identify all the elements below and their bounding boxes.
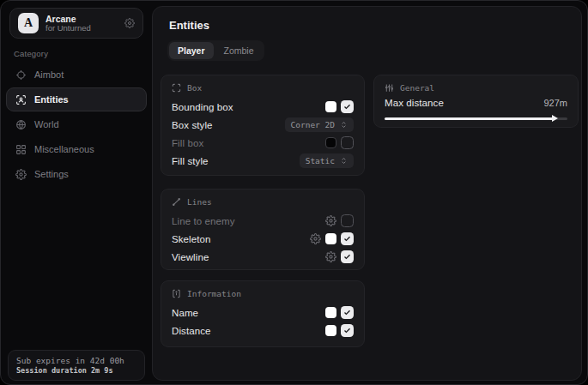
information-section-header: Information bbox=[172, 289, 354, 298]
brand-card: A Arcane for Unturned bbox=[9, 8, 143, 39]
brand-subtitle: for Unturned bbox=[45, 24, 118, 33]
color-swatch[interactable] bbox=[325, 233, 336, 244]
crosshair-icon bbox=[15, 69, 27, 81]
category-label: Category bbox=[14, 49, 48, 58]
row-label: Distance bbox=[172, 326, 211, 336]
line-to-enemy-checkbox[interactable] bbox=[341, 214, 354, 227]
brand-name: Arcane bbox=[45, 14, 118, 24]
row-label: Name bbox=[172, 308, 198, 318]
general-section-header: General bbox=[385, 83, 567, 93]
sidebar-item-settings[interactable]: Settings bbox=[6, 162, 147, 186]
sub-expires-text: Sub expires in 42d 00h bbox=[16, 356, 136, 365]
fill-box-row: Fill box bbox=[172, 134, 354, 152]
sidebar-item-aimbot[interactable]: Aimbot bbox=[6, 63, 147, 87]
skeleton-row: Skeleton bbox=[172, 230, 354, 248]
section-title: General bbox=[400, 83, 434, 93]
sidebar-item-world[interactable]: World bbox=[6, 112, 147, 136]
brand-text: Arcane for Unturned bbox=[45, 14, 118, 33]
tab-player[interactable]: Player bbox=[169, 42, 214, 59]
session-duration-text: Session duration 2m 9s bbox=[16, 366, 136, 375]
gear-icon[interactable] bbox=[325, 215, 336, 226]
lines-section-card: Lines Line to enemy Skeleton bbox=[161, 189, 365, 270]
page-title: Entities bbox=[169, 19, 209, 32]
section-title: Lines bbox=[187, 197, 212, 207]
dropdown-value: Static bbox=[306, 156, 335, 165]
row-label: Max distance bbox=[385, 98, 444, 108]
subscription-info-card: Sub expires in 42d 00h Session duration … bbox=[8, 350, 145, 381]
row-label: Viewline bbox=[172, 252, 209, 262]
sidebar-item-label: Miscellaneous bbox=[34, 144, 94, 154]
box-style-row: Box style Corner 2D bbox=[172, 116, 354, 134]
max-distance-slider[interactable] bbox=[385, 115, 567, 123]
row-label: Bounding box bbox=[172, 102, 233, 112]
fill-style-dropdown[interactable]: Static bbox=[300, 153, 354, 168]
fill-box-checkbox[interactable] bbox=[341, 136, 354, 149]
general-section-card: General Max distance 927m bbox=[373, 75, 579, 128]
tab-zombie[interactable]: Zombie bbox=[215, 42, 263, 59]
row-label: Fill style bbox=[172, 156, 209, 166]
gear-icon[interactable] bbox=[325, 251, 336, 262]
line-to-enemy-row: Line to enemy bbox=[172, 212, 354, 230]
box-section-header: Box bbox=[172, 83, 354, 93]
slider-thumb[interactable] bbox=[552, 115, 558, 122]
entities-scan-icon bbox=[15, 94, 27, 105]
gear-icon[interactable] bbox=[124, 18, 135, 28]
box-section-card: Box Bounding box Box style Corner 2D bbox=[161, 75, 365, 176]
info-icon bbox=[172, 289, 181, 298]
row-label: Box style bbox=[172, 120, 213, 130]
box-corners-icon bbox=[172, 83, 181, 93]
name-row: Name bbox=[172, 304, 354, 322]
color-swatch[interactable] bbox=[325, 325, 336, 336]
app-window: A Arcane for Unturned Category Aimbot bbox=[0, 0, 588, 385]
viewline-checkbox[interactable] bbox=[341, 250, 354, 263]
sidebar-item-miscellaneous[interactable]: Miscellaneous bbox=[6, 137, 147, 161]
color-swatch[interactable] bbox=[325, 137, 336, 148]
section-title: Box bbox=[187, 83, 202, 93]
slider-fill bbox=[385, 117, 554, 120]
sidebar: A Arcane for Unturned Category Aimbot bbox=[1, 1, 152, 384]
sliders-icon bbox=[385, 83, 394, 93]
sidebar-item-label: Aimbot bbox=[34, 69, 64, 80]
bounding-box-row: Bounding box bbox=[172, 98, 354, 116]
globe-icon bbox=[15, 119, 27, 130]
name-checkbox[interactable] bbox=[341, 306, 354, 319]
row-label: Skeleton bbox=[172, 234, 211, 244]
sidebar-item-label: World bbox=[34, 119, 59, 129]
chevron-up-down-icon bbox=[340, 121, 348, 129]
brand-logo: A bbox=[18, 13, 39, 33]
distance-checkbox[interactable] bbox=[341, 324, 354, 337]
gear-icon bbox=[15, 169, 27, 180]
fill-style-row: Fill style Static bbox=[172, 152, 354, 170]
dropdown-value: Corner 2D bbox=[291, 120, 335, 129]
skeleton-checkbox[interactable] bbox=[341, 232, 354, 245]
grid-icon bbox=[15, 144, 27, 155]
sidebar-item-entities[interactable]: Entities bbox=[6, 87, 147, 111]
lines-section-header: Lines bbox=[172, 197, 354, 207]
diagonal-line-icon bbox=[172, 197, 181, 207]
color-swatch[interactable] bbox=[325, 307, 336, 318]
row-label: Line to enemy bbox=[172, 216, 235, 226]
color-swatch[interactable] bbox=[325, 101, 336, 112]
gear-icon[interactable] bbox=[310, 233, 321, 244]
row-label: Fill box bbox=[172, 138, 203, 148]
information-section-card: Information Name Distance bbox=[161, 280, 365, 347]
box-style-dropdown[interactable]: Corner 2D bbox=[285, 117, 354, 132]
sidebar-item-label: Entities bbox=[34, 94, 69, 105]
distance-row: Distance bbox=[172, 322, 354, 340]
main-panel: Entities Player Zombie Box Bounding box bbox=[152, 6, 582, 381]
section-title: Information bbox=[187, 289, 241, 298]
max-distance-value: 927m bbox=[543, 98, 567, 108]
viewline-row: Viewline bbox=[172, 248, 354, 266]
max-distance-row: Max distance 927m bbox=[385, 98, 567, 108]
sidebar-item-label: Settings bbox=[34, 169, 69, 179]
tab-bar: Player Zombie bbox=[167, 40, 264, 61]
bounding-box-checkbox[interactable] bbox=[341, 100, 354, 113]
chevron-up-down-icon bbox=[340, 157, 348, 165]
sidebar-nav: Aimbot Entities World Miscellaneous bbox=[6, 63, 147, 187]
